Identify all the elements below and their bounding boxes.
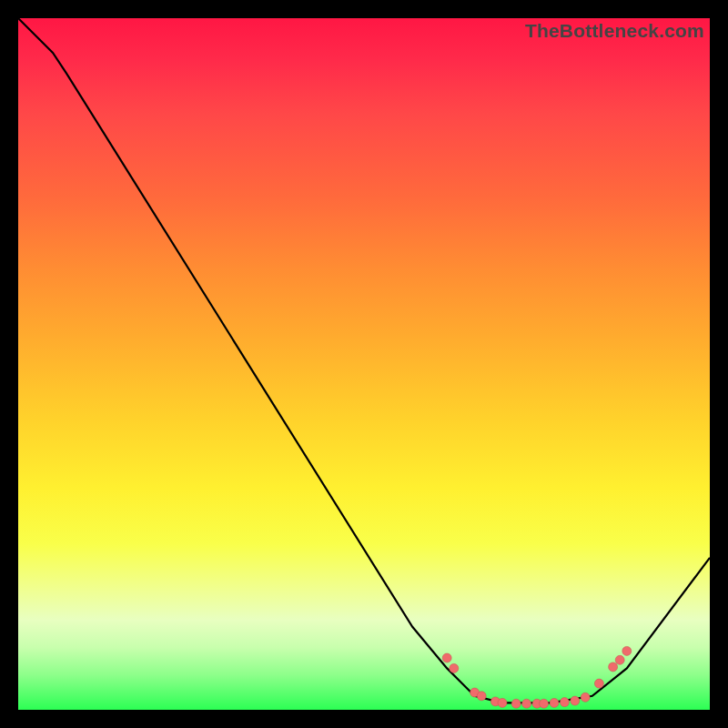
- marker-dot: [477, 692, 486, 701]
- chart-svg: [18, 18, 710, 710]
- marker-dot: [498, 698, 507, 707]
- marker-dot: [609, 662, 618, 672]
- marker-dot: [571, 696, 580, 705]
- marker-dot: [511, 699, 521, 708]
- marker-dot: [615, 655, 624, 664]
- markers-group: [442, 646, 632, 708]
- marker-dot: [594, 679, 603, 688]
- marker-dot: [522, 699, 531, 708]
- marker-dot: [450, 663, 459, 672]
- marker-dot: [442, 653, 451, 662]
- curve-path: [18, 18, 710, 703]
- marker-dot: [560, 698, 569, 707]
- marker-dot: [550, 698, 559, 707]
- marker-dot: [622, 646, 632, 655]
- chart-frame: TheBottleneck.com: [0, 0, 728, 728]
- marker-dot: [540, 699, 549, 708]
- plot-area: TheBottleneck.com: [18, 18, 710, 710]
- marker-dot: [581, 693, 590, 702]
